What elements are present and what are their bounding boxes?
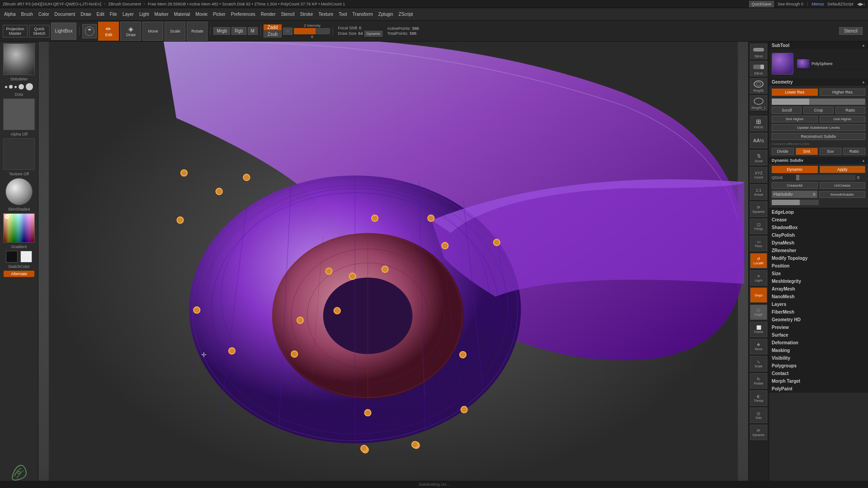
quick-sketch-button[interactable]: Quick Sketch: [29, 25, 50, 38]
control-point[interactable]: [461, 406, 467, 413]
surface-header[interactable]: Surface: [769, 331, 868, 339]
floor-icon-button[interactable]: ▭ Floor: [750, 236, 767, 251]
ratio2-button[interactable]: Ratio: [843, 148, 865, 155]
menu-item-preferences[interactable]: Preferences: [229, 11, 258, 18]
lightbox-button[interactable]: LightBox: [51, 23, 77, 40]
foreground-color[interactable]: [6, 251, 18, 263]
claypolish-header[interactable]: ClayPolish: [769, 231, 868, 239]
dot-sm[interactable]: [5, 86, 7, 88]
background-color[interactable]: [20, 251, 32, 263]
control-point[interactable]: [494, 239, 500, 246]
control-point[interactable]: [291, 351, 297, 357]
dot-md[interactable]: [9, 85, 13, 89]
size-header[interactable]: Size: [769, 270, 868, 277]
menu-item-file[interactable]: File: [108, 11, 119, 18]
dot-xl[interactable]: [26, 83, 33, 90]
z-intensity-slider[interactable]: [294, 28, 330, 34]
eraserbrush-icon-button[interactable]: EBrsh: [750, 61, 767, 76]
subdiv-slider-row[interactable]: [772, 200, 819, 205]
move-icon-button[interactable]: ✥ Move: [750, 339, 767, 354]
control-point[interactable]: [193, 307, 200, 313]
texture-swatch[interactable]: [3, 138, 35, 170]
menu-item-light[interactable]: Light: [137, 11, 151, 18]
m-button[interactable]: M: [248, 27, 258, 35]
edgeloop-header[interactable]: EdgeLoop: [769, 208, 868, 216]
transp-icon-button[interactable]: ◐ Transp: [750, 390, 767, 406]
menu-item-layer[interactable]: Layer: [120, 11, 136, 18]
fmod-icon-button[interactable]: ⊞ FMOD: [750, 116, 767, 131]
color-picker[interactable]: [3, 213, 35, 243]
persp-icon-button[interactable]: ◫ Persp: [750, 219, 767, 234]
control-point[interactable]: [326, 268, 332, 274]
draw-mode-button[interactable]: ◈ Draw: [120, 22, 141, 41]
rgb-button[interactable]: Rgb: [231, 27, 246, 35]
menu-item-brush[interactable]: Brush: [19, 11, 35, 18]
control-point[interactable]: [177, 217, 184, 223]
position-header[interactable]: Position: [769, 262, 868, 270]
dynamic-button[interactable]: Dynamic: [364, 31, 382, 37]
uncrease-button[interactable]: UnCrease: [820, 182, 866, 189]
menu-item-transform[interactable]: Transform: [350, 11, 375, 18]
divide-button[interactable]: Divide: [772, 148, 794, 155]
suv-button[interactable]: Suv: [820, 148, 842, 155]
morph-target-header[interactable]: Morph Target: [769, 377, 868, 385]
scale-button[interactable]: Scale: [165, 22, 185, 41]
coord-icon-button[interactable]: XYZ Coord: [750, 167, 767, 183]
frame-icon-button[interactable]: ⬜ Frame: [750, 322, 767, 337]
crease-header[interactable]: Crease: [769, 216, 868, 224]
flat-subdiv-slider[interactable]: FlatSubdiv 0: [772, 191, 817, 198]
solo-icon-button[interactable]: ◎ Solo: [750, 408, 767, 423]
alternate-button[interactable]: Alternate: [4, 271, 34, 277]
scroll-icon-button[interactable]: ⇅ Scroll: [750, 150, 767, 165]
dot-lg[interactable]: [19, 84, 24, 89]
menu-item-marker[interactable]: Marker: [152, 11, 171, 18]
control-point[interactable]: [216, 188, 222, 195]
edit-mode-button[interactable]: ✏ Edit: [98, 22, 119, 41]
visibility-header[interactable]: Visibility: [769, 354, 868, 362]
control-point[interactable]: [428, 215, 434, 221]
control-point[interactable]: [297, 317, 303, 324]
smt-button[interactable]: Smt: [796, 148, 818, 155]
smthigher-button[interactable]: Smt Higher: [772, 116, 818, 122]
quicksave-button[interactable]: QuickSave: [749, 1, 774, 7]
reconstruct-subdiv-button[interactable]: Reconstruct Subdiv: [772, 133, 865, 140]
ring3d-icon-button[interactable]: Ring3D: [750, 78, 767, 94]
menu-item-movie[interactable]: Movie: [193, 11, 210, 18]
menu-item-alpha[interactable]: Alpha: [2, 11, 18, 18]
control-point[interactable]: [349, 273, 356, 279]
lower-res-button[interactable]: Lower Res: [772, 89, 818, 96]
alpha-swatch[interactable]: [3, 99, 35, 130]
update-subdiv-button[interactable]: Update Subdivision Levels: [772, 124, 865, 131]
dynamic-subdiv-button[interactable]: Dynamic: [772, 166, 818, 173]
menu-item-color[interactable]: Color: [36, 11, 52, 18]
higher-res-button[interactable]: Higher Res: [820, 89, 866, 96]
stencil-button[interactable]: Stencil: [839, 27, 863, 35]
dot-sm2[interactable]: [14, 86, 17, 88]
subtool-header[interactable]: SubTool ▲: [769, 42, 868, 49]
masking-header[interactable]: Masking: [769, 347, 868, 354]
qgrid-slider[interactable]: [796, 175, 855, 180]
menu-item-edit[interactable]: Edit: [94, 11, 107, 18]
dynamic-subdiv-header[interactable]: Dynamic Subdiv ▲: [769, 157, 868, 164]
layers-header[interactable]: Layers: [769, 300, 868, 308]
zadd-button[interactable]: Zadd: [264, 24, 282, 30]
simplebrush-icon-button[interactable]: SBrsh: [750, 44, 767, 59]
control-point[interactable]: [382, 266, 388, 272]
menus-label[interactable]: Menus: [811, 2, 824, 6]
laym-icon-button[interactable]: ≡ Laym: [750, 270, 767, 286]
dynamic-icon-button[interactable]: ⟳ Dynamic: [750, 202, 767, 217]
aahalf-icon-button[interactable]: AA½: [750, 133, 767, 148]
menu-item-zscript[interactable]: ZScript: [396, 11, 415, 18]
move-button[interactable]: Move: [142, 22, 163, 41]
control-point[interactable]: [364, 409, 371, 416]
smooth-subdiv-button[interactable]: SmoothSubdiv: [819, 191, 866, 198]
shadowbox-header[interactable]: ShadowBox: [769, 224, 868, 231]
preview-header[interactable]: Preview: [769, 324, 868, 331]
control-point[interactable]: [181, 170, 187, 176]
menu-item-material[interactable]: Material: [172, 11, 193, 18]
control-point[interactable]: [334, 308, 340, 314]
control-point[interactable]: [412, 441, 418, 448]
unit-higher-button[interactable]: Unit Higher: [820, 116, 866, 122]
crease-all-button[interactable]: CreaseAll: [772, 182, 818, 189]
apply-button[interactable]: Apply: [820, 166, 866, 173]
